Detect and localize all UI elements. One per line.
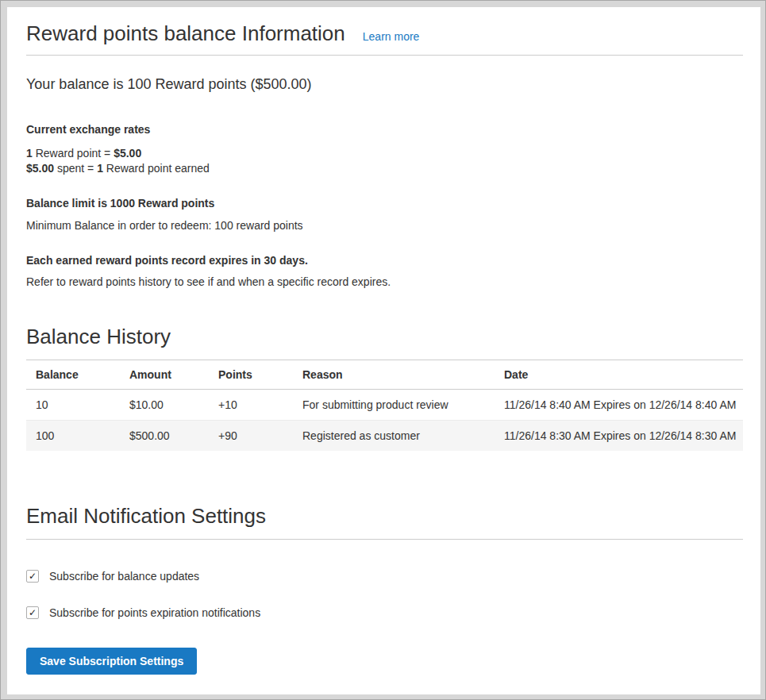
checkbox-checked-icon: ✓ (29, 608, 37, 617)
rate-value: $5.00 (26, 162, 54, 175)
rate-text: spent = (54, 162, 97, 175)
exchange-rates-heading: Current exchange rates (26, 123, 743, 137)
page-header: Reward points balance Information Learn … (26, 21, 743, 56)
table-header-balance: Balance (26, 360, 120, 390)
table-cell-reason: Registered as customer (293, 421, 495, 452)
table-row: 100 $500.00 +90 Registered as customer 1… (26, 421, 743, 452)
learn-more-link[interactable]: Learn more (363, 30, 420, 43)
balance-updates-label[interactable]: Subscribe for balance updates (49, 570, 199, 583)
expiration-heading: Each earned reward points record expires… (26, 254, 743, 267)
page-title: Reward points balance Information (26, 21, 345, 45)
rate-text: Reward point = (33, 147, 114, 160)
table-header-row: Balance Amount Points Reason Date (26, 360, 743, 390)
table-header-amount: Amount (120, 360, 209, 390)
balance-updates-option[interactable]: ✓ Subscribe for balance updates (26, 570, 743, 583)
balance-history-title: Balance History (26, 324, 743, 350)
balance-history-table: Balance Amount Points Reason Date 10 $10… (26, 360, 743, 451)
table-cell-points: +90 (209, 421, 293, 452)
exchange-rate-line-1: 1 Reward point = $5.00 (26, 146, 743, 161)
balance-summary: Your balance is 100 Reward points ($500.… (26, 76, 743, 93)
minimum-balance-note: Minimum Balance in order to redeem: 100 … (26, 219, 743, 233)
save-subscription-settings-button[interactable]: Save Subscription Settings (26, 648, 197, 675)
rate-value: $5.00 (114, 147, 141, 160)
rate-text: Reward point earned (103, 162, 210, 175)
table-cell-amount: $500.00 (120, 421, 209, 452)
expiration-notifications-option[interactable]: ✓ Subscribe for points expiration notifi… (26, 606, 743, 619)
balance-history-header: Balance History (26, 324, 743, 360)
email-settings-header: Email Notification Settings (26, 503, 743, 540)
email-settings-title: Email Notification Settings (26, 503, 743, 529)
table-header-date: Date (495, 360, 743, 390)
exchange-rate-lines: 1 Reward point = $5.00 $5.00 spent = 1 R… (26, 146, 743, 176)
table-cell-date: 11/26/14 8:40 AM Expires on 12/26/14 8:4… (495, 390, 743, 421)
balance-updates-checkbox[interactable]: ✓ (26, 570, 39, 583)
expiration-notifications-label[interactable]: Subscribe for points expiration notifica… (49, 606, 260, 619)
table-cell-balance: 10 (26, 390, 120, 421)
rate-value: 1 (26, 147, 33, 160)
page-background: Reward points balance Information Learn … (0, 0, 766, 700)
table-row: 10 $10.00 +10 For submitting product rev… (26, 390, 743, 421)
table-header-reason: Reason (293, 360, 495, 390)
exchange-rate-line-2: $5.00 spent = 1 Reward point earned (26, 161, 743, 176)
expiration-notifications-checkbox[interactable]: ✓ (26, 606, 39, 619)
reward-points-panel: Reward points balance Information Learn … (7, 7, 760, 694)
expiration-note: Refer to reward points history to see if… (26, 275, 743, 289)
table-cell-points: +10 (209, 390, 293, 421)
table-cell-amount: $10.00 (120, 390, 209, 421)
table-cell-balance: 100 (26, 421, 120, 452)
table-cell-reason: For submitting product review (293, 390, 495, 421)
balance-limit-heading: Balance limit is 1000 Reward points (26, 197, 743, 210)
checkbox-checked-icon: ✓ (29, 571, 37, 581)
table-cell-date: 11/26/14 8:30 AM Expires on 12/26/14 8:3… (495, 421, 743, 452)
rate-value: 1 (97, 162, 103, 175)
table-header-points: Points (209, 360, 293, 390)
